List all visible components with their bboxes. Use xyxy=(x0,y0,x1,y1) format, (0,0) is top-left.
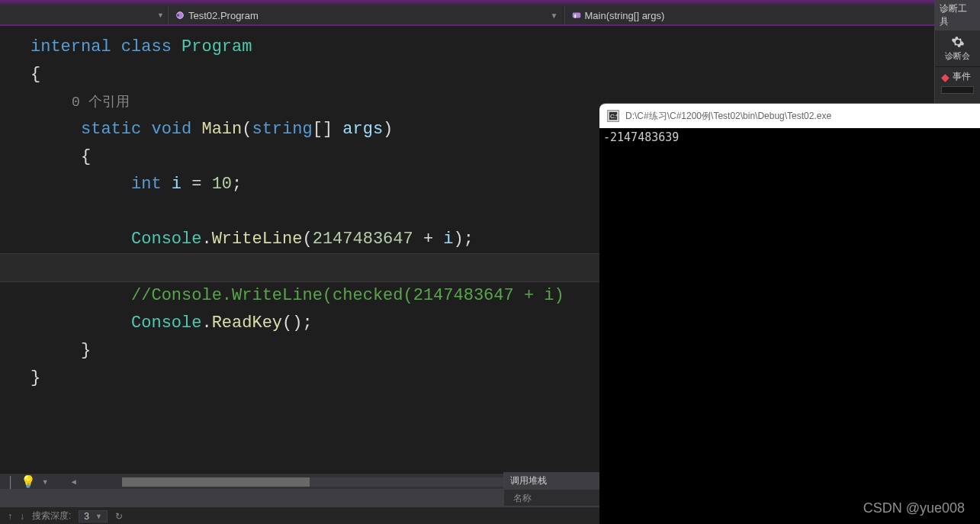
search-depth-input[interactable]: 3 ▼ xyxy=(79,510,108,522)
search-depth-label: 搜索深度: xyxy=(32,510,71,522)
nav-bar: ▼ Test02.Program ▼ Main(string[] args) ▼ xyxy=(0,6,980,26)
method-main: Main xyxy=(201,120,242,139)
nav-back-icon[interactable]: ↑ xyxy=(8,511,12,522)
gear-icon[interactable] xyxy=(951,35,965,49)
callstack-panel: 调用堆栈 名称 xyxy=(503,472,599,506)
method-dropdown-label: Main(string[] args) xyxy=(585,10,665,21)
console-title-text: D:\C#练习\C#1200例\Test02\bin\Debug\Test02.… xyxy=(625,110,831,123)
divider-icon: │ xyxy=(8,476,14,488)
class-icon xyxy=(175,10,185,21)
chevron-down-icon: ▼ xyxy=(95,513,102,520)
nav-forward-icon[interactable]: ↓ xyxy=(20,511,24,522)
method-dropdown[interactable]: Main(string[] args) ▼ xyxy=(564,6,961,24)
type-string: string xyxy=(252,120,312,139)
console-titlebar[interactable]: C:\ D:\C#练习\C#1200例\Test02\bin\Debug\Tes… xyxy=(599,104,980,128)
param-args: args xyxy=(342,120,383,139)
brace-open: { xyxy=(31,65,40,84)
title-bar: ▼ ✿ xyxy=(0,0,980,6)
chevron-down-icon[interactable]: ▼ xyxy=(42,478,49,486)
callstack-title[interactable]: 调用堆栈 xyxy=(504,472,599,490)
keyword-class: class xyxy=(121,37,172,56)
codelens-references[interactable]: 0 个引用 xyxy=(72,95,130,110)
watermark: CSDN @yue008 xyxy=(863,500,965,516)
console-app-icon: C:\ xyxy=(607,110,619,122)
diagnostics-title: 诊断工具 xyxy=(935,0,980,31)
search-depth-value: 3 xyxy=(84,511,89,522)
keyword-int: int xyxy=(131,175,162,194)
callstack-column-name: 名称 xyxy=(504,490,599,507)
refresh-icon[interactable]: ↻ xyxy=(115,511,123,522)
type-console: Console xyxy=(131,230,201,249)
keyword-void: void xyxy=(151,120,191,139)
lightbulb-icon[interactable]: 💡 xyxy=(21,474,36,489)
diamond-icon: ◆ xyxy=(941,71,949,83)
console-window[interactable]: C:\ D:\C#练习\C#1200例\Test02\bin\Debug\Tes… xyxy=(599,103,980,524)
keyword-static: static xyxy=(81,120,141,139)
literal-maxint: 2147483647 xyxy=(313,230,413,249)
comment-line: //Console.WriteLine(checked(2147483647 +… xyxy=(131,286,564,305)
class-dropdown-label: Test02.Program xyxy=(188,10,259,21)
console-output-line: -2147483639 xyxy=(603,130,679,144)
class-dropdown[interactable]: Test02.Program ▼ xyxy=(168,6,564,24)
diagnostics-session-label: 诊断会 xyxy=(945,50,970,62)
keyword-internal: internal xyxy=(31,37,111,56)
svg-text:C:\: C:\ xyxy=(610,113,617,120)
scrollbar-thumb[interactable] xyxy=(122,477,310,487)
method-readkey: ReadKey xyxy=(212,313,282,333)
chevron-down-icon[interactable]: ▼ xyxy=(157,11,164,19)
diagnostics-panel: 诊断工具 诊断会 ◆ 事件 xyxy=(934,0,980,103)
type-program: Program xyxy=(182,37,252,56)
current-line-highlight xyxy=(0,253,630,282)
code-editor[interactable]: internal class Program { 0 个引用 static vo… xyxy=(0,26,599,476)
chevron-down-icon: ▼ xyxy=(551,11,558,20)
svg-rect-2 xyxy=(572,13,580,18)
method-writeline: WriteLine xyxy=(212,230,303,249)
var-i: i xyxy=(172,175,182,194)
console-output: -2147483639 xyxy=(599,128,980,146)
method-icon xyxy=(571,10,582,21)
svg-rect-3 xyxy=(574,14,576,18)
scroll-left-icon[interactable]: ◄ xyxy=(70,477,78,486)
svg-point-1 xyxy=(177,14,180,17)
literal-10: 10 xyxy=(212,175,232,194)
events-label: 事件 xyxy=(953,70,971,83)
